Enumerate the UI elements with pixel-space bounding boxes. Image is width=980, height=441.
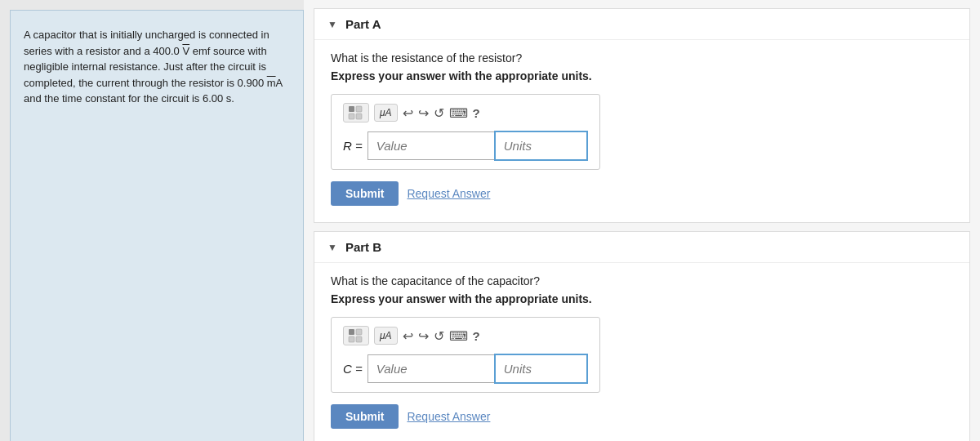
part-a-input-row: R = bbox=[343, 131, 588, 161]
part-b-header[interactable]: ▼ Part B bbox=[314, 232, 969, 263]
svg-rect-0 bbox=[349, 106, 354, 112]
mu-a-label-b: μA bbox=[380, 330, 392, 341]
part-b-body: What is the capacitance of the capacitor… bbox=[314, 263, 969, 441]
mu-a-label-a: μA bbox=[380, 107, 392, 118]
part-a-units-input[interactable] bbox=[494, 131, 588, 161]
svg-rect-4 bbox=[349, 329, 354, 335]
svg-rect-7 bbox=[356, 336, 362, 342]
part-b-submit-button[interactable]: Submit bbox=[331, 404, 399, 429]
part-a-value-input[interactable] bbox=[368, 131, 494, 160]
undo-icon-a[interactable]: ↩ bbox=[403, 105, 413, 121]
part-a-request-answer-link[interactable]: Request Answer bbox=[407, 187, 490, 200]
part-b-chevron-icon: ▼ bbox=[327, 242, 337, 253]
part-a-section: ▼ Part A What is the resistance of the r… bbox=[314, 8, 970, 223]
refresh-icon-a[interactable]: ↺ bbox=[434, 105, 444, 121]
matrix-button-b[interactable] bbox=[343, 326, 369, 345]
part-b-request-answer-link[interactable]: Request Answer bbox=[407, 410, 490, 423]
part-b-question: What is the capacitance of the capacitor… bbox=[331, 274, 953, 287]
problem-text: A capacitor that is initially uncharged … bbox=[24, 29, 283, 105]
part-a-header[interactable]: ▼ Part A bbox=[314, 9, 969, 40]
part-b-toolbar: μA ↩ ↪ ↺ ⌨ ? bbox=[343, 326, 588, 345]
matrix-button-a[interactable] bbox=[343, 103, 369, 122]
part-b-title: Part B bbox=[345, 240, 381, 254]
svg-rect-6 bbox=[349, 336, 354, 342]
part-b-instruction: Express your answer with the appropriate… bbox=[331, 292, 953, 305]
part-b-section: ▼ Part B What is the capacitance of the … bbox=[314, 231, 970, 441]
help-icon-b[interactable]: ? bbox=[473, 329, 480, 343]
problem-description: A capacitor that is initially uncharged … bbox=[10, 10, 304, 441]
redo-icon-a[interactable]: ↪ bbox=[418, 105, 429, 121]
svg-rect-1 bbox=[356, 106, 362, 112]
part-b-value-input[interactable] bbox=[368, 354, 494, 383]
help-icon-a[interactable]: ? bbox=[473, 106, 480, 120]
part-b-units-input[interactable] bbox=[494, 354, 588, 384]
part-a-answer-box: μA ↩ ↪ ↺ ⌨ ? R = bbox=[331, 94, 600, 170]
part-b-answer-box: μA ↩ ↪ ↺ ⌨ ? C = bbox=[331, 317, 600, 393]
part-a-question: What is the resistance of the resistor? bbox=[331, 51, 953, 65]
part-a-instruction: Express your answer with the appropriate… bbox=[331, 69, 953, 82]
svg-rect-5 bbox=[356, 329, 362, 335]
svg-rect-3 bbox=[356, 114, 362, 119]
part-a-body: What is the resistance of the resistor? … bbox=[314, 40, 969, 222]
keyboard-icon-a[interactable]: ⌨ bbox=[449, 105, 468, 121]
part-a-chevron-icon: ▼ bbox=[327, 19, 337, 30]
part-a-label: R = bbox=[343, 139, 363, 153]
mu-a-button-b[interactable]: μA bbox=[374, 327, 398, 345]
part-b-action-row: Submit Request Answer bbox=[331, 404, 953, 429]
right-panel: ▼ Part A What is the resistance of the r… bbox=[304, 0, 980, 441]
redo-icon-b[interactable]: ↪ bbox=[418, 328, 429, 344]
svg-rect-2 bbox=[349, 114, 354, 119]
keyboard-icon-b[interactable]: ⌨ bbox=[449, 328, 468, 344]
undo-icon-b[interactable]: ↩ bbox=[403, 328, 413, 344]
mu-a-button-a[interactable]: μA bbox=[374, 104, 398, 122]
part-a-submit-button[interactable]: Submit bbox=[331, 181, 399, 206]
part-a-toolbar: μA ↩ ↪ ↺ ⌨ ? bbox=[343, 103, 588, 122]
part-a-title: Part A bbox=[345, 17, 381, 31]
refresh-icon-b[interactable]: ↺ bbox=[434, 328, 444, 344]
part-a-action-row: Submit Request Answer bbox=[331, 181, 953, 206]
part-b-input-row: C = bbox=[343, 354, 588, 384]
part-b-label: C = bbox=[343, 362, 363, 376]
